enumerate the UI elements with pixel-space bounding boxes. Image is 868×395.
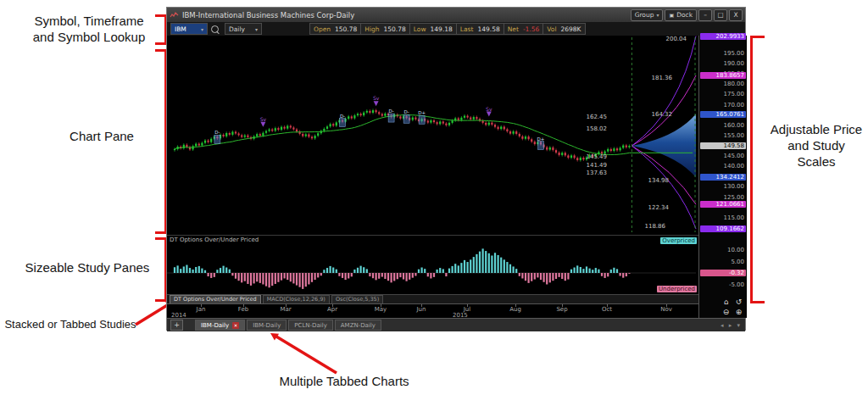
chart-tab-amzn-daily[interactable]: AMZN-Daily (335, 320, 381, 331)
timeframe-select[interactable]: Daily ▾ (225, 23, 262, 35)
chevron-down-icon: ▾ (255, 26, 258, 32)
scale-tick[interactable]: 125.00 (724, 194, 745, 201)
scale-highlight[interactable]: 149.58 (700, 142, 746, 149)
scale-tick[interactable]: 115.00 (724, 214, 745, 221)
month-label: Aug (509, 306, 521, 313)
chart-tab-ibm-daily[interactable]: IBM-Daily (247, 320, 287, 331)
scale-highlight[interactable]: 109.1662 (700, 225, 746, 232)
scale-highlight[interactable]: 121.0661 (700, 201, 746, 208)
study-pane[interactable]: DT Options Over/Under Priced Overpriced … (167, 235, 698, 294)
chart-tab-bar: + IBM-Daily✕IBM-DailyPCLN-DailyAMZN-Dail… (167, 318, 745, 331)
bracket-chart-pane (155, 49, 167, 234)
underpriced-label: Underpriced (657, 286, 697, 292)
svg-text:134.98: 134.98 (648, 177, 670, 184)
study-tab[interactable]: Osc(Close,5,35) (331, 295, 383, 304)
scale-tick[interactable]: 140.00 (724, 163, 745, 170)
chart-tabs: IBM-Daily✕IBM-DailyPCLN-DailyAMZN-Daily (195, 320, 383, 331)
home-icon[interactable]: ⌂ (720, 298, 732, 308)
scale-tick[interactable]: 130.00 (724, 183, 745, 190)
chart-tab-label: IBM-Daily (201, 322, 229, 329)
month-label: Nov (660, 306, 672, 313)
chart-tab-label: PCLN-Daily (294, 322, 326, 329)
symbol-lookup-icon[interactable] (211, 25, 219, 33)
candlestick-chart: D-SvD-SvD-D-D+SvD+200.04181.36164.32162.… (167, 36, 698, 234)
window-titlebar[interactable]: IBM-International Business Machines Corp… (167, 8, 745, 22)
svg-text:145.49: 145.49 (587, 153, 608, 160)
quote-field-net: Net-1.56 (504, 23, 544, 35)
month-label: Feb (238, 306, 248, 313)
symbol-toolbar: IBM ▾ Daily ▾ Open150.78High150.78Low149… (167, 22, 745, 36)
month-label: Jan (197, 306, 206, 313)
annotation-study-panes: Sizeable Study Panes (20, 259, 154, 275)
svg-text:158.02: 158.02 (587, 125, 608, 132)
month-label: Oct (602, 306, 612, 313)
bracket-symbol-lookup (155, 14, 167, 45)
bracket-study-panes (155, 237, 167, 302)
svg-text:D-: D- (388, 108, 393, 114)
chart-tab-pcln-daily[interactable]: PCLN-Daily (288, 320, 332, 331)
window-title: IBM-International Business Machines Corp… (182, 11, 629, 19)
price-scale[interactable]: 195.00190.00185.00180.00175.00170.00160.… (698, 36, 747, 318)
scale-tick[interactable]: -5.00 (729, 281, 744, 288)
scale-tick[interactable]: 145.00 (724, 153, 745, 159)
minimize-button[interactable]: – (698, 9, 712, 21)
annotation-symbol-lookup: Symbol, Timeframe and Symbol Lookup (25, 13, 153, 45)
scale-tick[interactable]: 155.00 (724, 132, 745, 139)
symbol-input[interactable]: IBM ▾ (170, 23, 208, 35)
maximize-button[interactable]: □ (714, 9, 727, 21)
annotation-tabbed-charts: Multiple Tabbed Charts (273, 373, 415, 389)
scale-highlight[interactable]: 202.9933 (700, 33, 746, 40)
svg-text:D+: D+ (537, 136, 545, 142)
scale-tick[interactable]: 170.00 (724, 102, 745, 108)
svg-text:Sv: Sv (486, 106, 492, 112)
month-label: Apr (327, 306, 337, 313)
scale-highlight[interactable]: 183.8657 (700, 72, 746, 79)
svg-text:181.36: 181.36 (652, 75, 673, 81)
screenshot-page: Symbol, Timeframe and Symbol Lookup Char… (0, 0, 868, 395)
scale-tick[interactable]: 5.00 (731, 259, 744, 265)
quote-field-open: Open150.78 (309, 23, 361, 35)
study-histogram (167, 236, 698, 295)
scale-tick[interactable]: 175.00 (724, 91, 745, 97)
annotation-chart-pane: Chart Pane (51, 128, 153, 144)
month-label: Jun (417, 306, 426, 313)
time-axis[interactable]: JanFebMarAprMayJunJulAugSepOctNov2014201… (167, 303, 698, 318)
scale-tick[interactable]: 195.00 (724, 50, 745, 57)
scale-tick[interactable]: 180.00 (724, 81, 745, 87)
scale-tick[interactable]: 190.00 (724, 60, 745, 67)
scale-tick[interactable]: 10.00 (727, 247, 744, 253)
svg-text:122.34: 122.34 (648, 204, 670, 211)
chart-tab-ibm-daily[interactable]: IBM-Daily✕ (195, 320, 245, 331)
overpriced-label: Overpriced (660, 237, 697, 244)
dock-button-label: Dock (676, 11, 693, 19)
quote-fields: Open150.78High150.78Low149.18Last149.58N… (309, 23, 586, 35)
scale-highlight[interactable]: -0.32 (700, 270, 746, 276)
symbol-value: IBM (175, 25, 186, 33)
scale-highlight[interactable]: 165.0761 (700, 111, 746, 118)
back-icon[interactable]: ↺ (732, 298, 745, 308)
zoom-out-icon[interactable]: ⊖ (720, 308, 732, 318)
close-tab-icon[interactable]: ✕ (232, 322, 239, 329)
zoom-in-icon[interactable]: ⊕ (732, 308, 745, 318)
study-tab[interactable]: DT Options Over/Under Priced (170, 295, 261, 304)
group-button[interactable]: Group ▾ (631, 9, 664, 21)
dock-button[interactable]: ▣ Dock (665, 9, 697, 21)
chevron-down-icon: ▾ (656, 12, 659, 18)
price-chart-pane[interactable]: D-SvD-SvD-D-D+SvD+200.04181.36164.32162.… (167, 36, 698, 234)
svg-text:137.63: 137.63 (587, 170, 608, 176)
bracket-scales (750, 36, 765, 303)
annotation-line: Adjustable Price (768, 121, 865, 137)
annotation-line: Symbol, Timeframe (25, 13, 153, 29)
quote-field-vol: Vol2698K (543, 23, 585, 35)
add-chart-tab-button[interactable]: + (170, 320, 183, 331)
chart-tab-label: IBM-Daily (253, 322, 281, 329)
annotation-stacked-studies: Stacked or Tabbed Studies (0, 316, 141, 332)
group-button-label: Group (635, 11, 654, 19)
tab-scroll-controls[interactable]: ◂ ▸ ▾ (721, 322, 742, 329)
study-tab[interactable]: MACD(Close,12,26,9) (263, 295, 330, 304)
scale-tick[interactable]: 160.00 (724, 122, 745, 129)
chart-nav-icons[interactable]: ⌂↺⊖⊕ (720, 298, 745, 318)
scale-highlight[interactable]: 134.2412 (700, 174, 746, 181)
close-button[interactable]: X (729, 9, 743, 21)
timeframe-value: Daily (229, 25, 245, 33)
